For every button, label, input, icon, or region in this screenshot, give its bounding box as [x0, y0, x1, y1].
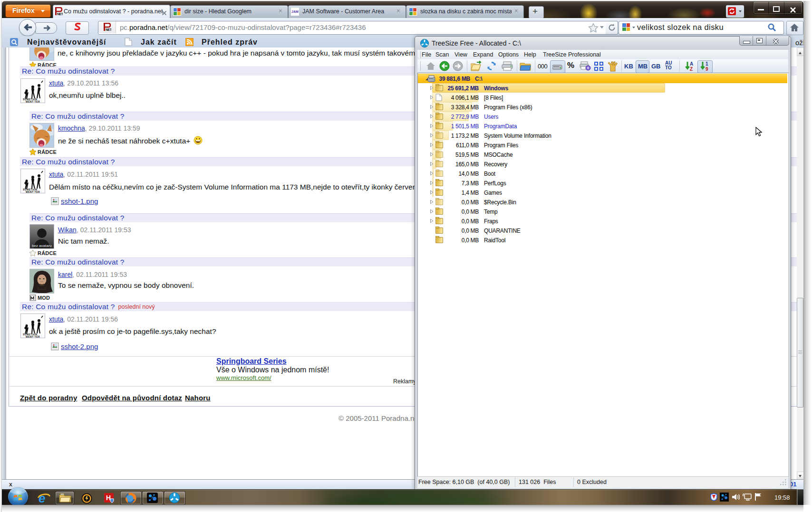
svg-text:NET: NET — [106, 28, 111, 31]
svg-text:WENT TER: WENT TER — [26, 190, 40, 193]
svg-text:1: 1 — [706, 61, 708, 66]
svg-text:WENT TER: WENT TER — [26, 100, 40, 103]
svg-text:NET: NET — [57, 12, 63, 16]
svg-text:JAM: JAM — [291, 10, 299, 13]
svg-text:A: A — [690, 61, 693, 66]
svg-text:WENT TER: WENT TER — [26, 335, 40, 338]
svg-text:9: 9 — [706, 66, 708, 72]
svg-text:Z: Z — [690, 66, 693, 72]
svg-text:bez avataru: bez avataru — [32, 244, 52, 248]
